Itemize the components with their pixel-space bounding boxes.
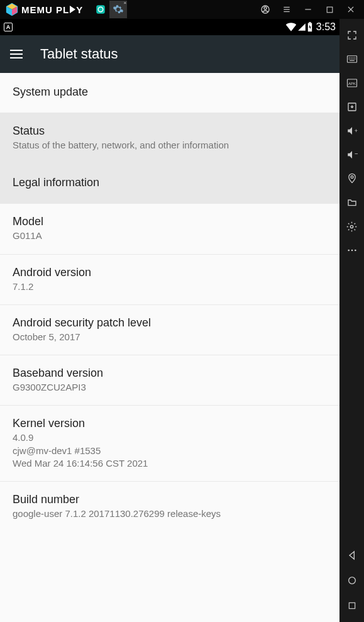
- item-android-version[interactable]: Android version 7.1.2: [0, 254, 339, 304]
- volume-down-icon[interactable]: −: [345, 147, 360, 162]
- tab-app1[interactable]: [92, 1, 109, 18]
- signal-icon: [297, 23, 306, 31]
- nav-recent-icon[interactable]: [345, 598, 360, 613]
- memu-tabs: ×: [92, 1, 127, 18]
- battery-icon: [307, 22, 313, 32]
- android-status-bar: A 3:53: [0, 19, 339, 35]
- item-baseband-version[interactable]: Baseband version G9300ZCU2API3: [0, 355, 339, 405]
- apk-icon[interactable]: APK: [345, 75, 360, 91]
- item-legal-information[interactable]: Legal information: [0, 163, 339, 203]
- app-bar: Tablet status: [0, 35, 339, 73]
- wifi-icon: [285, 23, 297, 31]
- window-controls: [260, 4, 364, 15]
- svg-text:−: −: [354, 150, 357, 157]
- svg-rect-16: [309, 22, 311, 23]
- item-model[interactable]: Model G011A: [0, 203, 339, 253]
- svg-point-36: [355, 250, 356, 252]
- hamburger-icon[interactable]: [10, 50, 23, 58]
- close-button[interactable]: [345, 4, 356, 15]
- tab-close-icon[interactable]: ×: [124, 1, 127, 6]
- android-screen: A 3:53 Tablet status System update Statu…: [0, 19, 339, 622]
- fullscreen-icon[interactable]: [345, 28, 360, 43]
- item-status[interactable]: Status Status of the battery, network, a…: [0, 113, 339, 163]
- memu-logo-icon: [5, 3, 19, 16]
- svg-rect-12: [327, 7, 333, 13]
- install-icon[interactable]: [345, 99, 360, 114]
- svg-point-35: [351, 250, 353, 252]
- svg-point-34: [348, 250, 350, 252]
- user-icon[interactable]: [260, 4, 271, 15]
- minimize-button[interactable]: [302, 4, 314, 15]
- keyboard-icon[interactable]: [345, 52, 360, 67]
- item-security-patch[interactable]: Android security patch level October 5, …: [0, 304, 339, 355]
- nav-home-icon[interactable]: [345, 573, 360, 588]
- location-icon[interactable]: [345, 171, 360, 186]
- memu-brand: MEMU PLY: [21, 4, 83, 15]
- memu-sidebar: APK + −: [339, 0, 364, 622]
- svg-point-7: [264, 7, 267, 9]
- volume-up-icon[interactable]: +: [345, 123, 360, 138]
- svg-point-37: [348, 577, 355, 584]
- status-a-icon: A: [4, 23, 13, 31]
- tab-settings[interactable]: ×: [109, 1, 127, 18]
- svg-rect-4: [96, 5, 105, 14]
- play-triangle-icon: [70, 6, 75, 13]
- item-system-update[interactable]: System update: [0, 73, 339, 113]
- memu-logo-area: MEMU PLY: [0, 3, 83, 16]
- svg-rect-38: [349, 603, 355, 608]
- svg-text:+: +: [354, 128, 357, 134]
- svg-point-33: [350, 225, 353, 228]
- maximize-button[interactable]: [324, 4, 335, 15]
- memu-titlebar: MEMU PLY ×: [0, 0, 364, 19]
- more-icon[interactable]: [345, 243, 360, 258]
- settings-list[interactable]: System update Status Status of the batte…: [0, 73, 339, 622]
- page-title: Tablet status: [40, 46, 118, 62]
- item-build-number[interactable]: Build number google-user 7.1.2 20171130.…: [0, 481, 339, 531]
- nav-back-icon[interactable]: [345, 548, 360, 563]
- menu-lines-icon[interactable]: [281, 4, 292, 15]
- item-kernel-version[interactable]: Kernel version 4.0.9 cjw@mv-dev1 #1535 W…: [0, 405, 339, 481]
- app-circle-icon: [95, 4, 106, 15]
- settings-gear-icon[interactable]: [345, 219, 360, 234]
- svg-text:APK: APK: [348, 82, 355, 86]
- gear-icon: [113, 4, 124, 15]
- folder-icon[interactable]: [345, 195, 360, 210]
- status-time: 3:53: [316, 21, 336, 33]
- svg-point-32: [351, 176, 353, 179]
